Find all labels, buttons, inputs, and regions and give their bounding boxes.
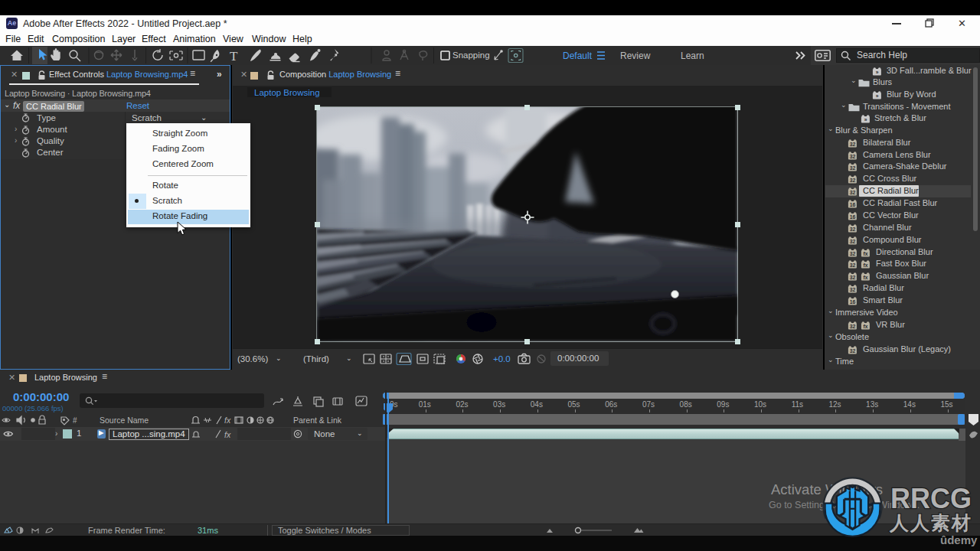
svg-text:32: 32 [850, 262, 856, 268]
svg-text:32: 32 [850, 165, 856, 171]
svg-text:fx: fx [224, 416, 231, 425]
svg-text:fx: fx [864, 262, 868, 268]
svg-text:fx: fx [864, 251, 868, 256]
svg-text:fx: fx [864, 275, 868, 280]
svg-text:人人素材: 人人素材 [889, 512, 972, 533]
svg-text:16: 16 [850, 214, 856, 220]
svg-text:32: 32 [850, 239, 856, 244]
svg-text:T: T [230, 49, 238, 64]
svg-text:32: 32 [850, 154, 856, 159]
svg-text:32: 32 [850, 275, 856, 280]
svg-text:fx: fx [224, 430, 231, 439]
svg-text:32: 32 [850, 348, 856, 354]
svg-text:32: 32 [850, 190, 856, 195]
svg-text:32: 32 [850, 251, 856, 256]
svg-text:32: 32 [850, 142, 856, 147]
svg-text:fx: fx [864, 324, 868, 329]
svg-text:32: 32 [850, 324, 856, 329]
svg-text:»: » [876, 70, 879, 75]
svg-text:»: » [876, 93, 879, 99]
svg-text:»: » [864, 117, 867, 122]
svg-text:16: 16 [850, 202, 856, 207]
svg-text:32: 32 [850, 287, 856, 292]
svg-text:RRCG: RRCG [890, 483, 972, 514]
svg-text:32: 32 [850, 178, 856, 183]
svg-text:32: 32 [850, 227, 856, 232]
svg-text:#: # [73, 416, 77, 425]
svg-text:16: 16 [850, 299, 856, 305]
